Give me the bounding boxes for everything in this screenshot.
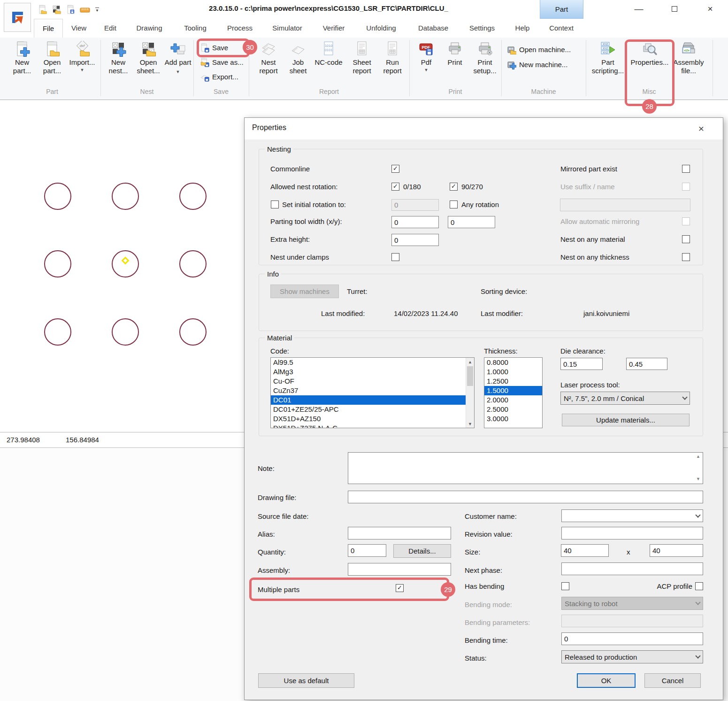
revision-value-input[interactable]: [561, 527, 703, 539]
acp-profile-checkbox[interactable]: [695, 582, 703, 590]
tab-simulator[interactable]: Simulator: [264, 19, 311, 38]
pdf-button[interactable]: PDF Pdf ▼: [414, 41, 438, 72]
thickness-option-selected[interactable]: 1.5000: [484, 386, 542, 395]
assembly-file-button[interactable]: </> Assembly file...: [669, 41, 708, 75]
mirrored-part-exist-checkbox[interactable]: [682, 165, 690, 173]
qat-customize-icon[interactable]: ▼: [92, 4, 102, 16]
status-combo[interactable]: Released to production: [561, 650, 703, 663]
material-code-option[interactable]: AlMg3: [271, 367, 474, 377]
die-clearance-input-1[interactable]: [560, 358, 603, 370]
app-logo[interactable]: [4, 3, 31, 32]
open-sheet-button[interactable]: Open sheet...: [133, 41, 163, 75]
material-code-option[interactable]: DX51D+AZ150: [271, 414, 474, 424]
qat-measure-icon[interactable]: [78, 4, 92, 16]
part-circle[interactable]: [179, 250, 207, 277]
show-machines-button[interactable]: Show machines: [270, 285, 339, 298]
tab-settings[interactable]: Settings: [460, 19, 504, 38]
details-button[interactable]: Details...: [393, 544, 451, 558]
save-as-button[interactable]: Save as...: [200, 56, 244, 69]
thickness-option[interactable]: 3.0000: [484, 414, 542, 424]
open-part-button[interactable]: Open part...: [38, 41, 67, 75]
part-circle[interactable]: [44, 318, 71, 346]
alias-input[interactable]: [348, 527, 451, 539]
print-setup-button[interactable]: Print setup...: [469, 41, 500, 75]
open-machine-button[interactable]: Open machine...: [507, 43, 571, 56]
part-circle[interactable]: [44, 183, 71, 210]
run-report-button[interactable]: Run report: [378, 41, 406, 75]
thickness-option[interactable]: 0.8000: [484, 358, 542, 367]
thickness-option[interactable]: 2.0000: [484, 395, 542, 405]
next-phase-input[interactable]: [561, 562, 703, 575]
scroll-down-icon[interactable]: ▼: [696, 477, 700, 481]
bending-time-input[interactable]: [561, 632, 703, 645]
nest-on-any-thickness-checkbox[interactable]: [682, 253, 690, 261]
parting-tool-width-x-input[interactable]: [391, 216, 439, 228]
export-button[interactable]: Export...: [200, 70, 238, 83]
material-code-option[interactable]: CuZn37: [271, 386, 474, 395]
rotation-90-270-checkbox[interactable]: ✓: [450, 183, 458, 191]
drawing-file-input[interactable]: [348, 491, 703, 503]
material-code-option[interactable]: Cu-OF: [271, 377, 474, 386]
dialog-close-icon[interactable]: ×: [694, 122, 708, 135]
material-code-option[interactable]: DC01+ZE25/25-APC: [271, 405, 474, 414]
tab-database[interactable]: Database: [409, 19, 457, 38]
sheet-report-button[interactable]: Sheet report: [346, 41, 377, 75]
suffix-name-input[interactable]: [560, 199, 690, 211]
scrollbar-thumb[interactable]: [467, 366, 473, 386]
part-circle[interactable]: [112, 183, 139, 210]
bending-parameters-input[interactable]: [561, 615, 703, 627]
properties-button[interactable]: Properties...: [629, 41, 670, 67]
new-part-button[interactable]: New part...: [8, 41, 37, 75]
part-circle[interactable]: [44, 250, 71, 277]
initial-rotation-input[interactable]: [391, 199, 439, 211]
nest-on-any-material-checkbox[interactable]: [682, 235, 690, 243]
customer-name-combo[interactable]: [561, 509, 703, 522]
material-code-option[interactable]: DX51D+Z275 N-A-C: [271, 424, 474, 428]
tab-context[interactable]: Context: [540, 19, 583, 38]
tab-file[interactable]: File: [34, 19, 63, 38]
material-code-option[interactable]: Al99.5: [271, 358, 474, 367]
thickness-option[interactable]: 2.5000: [484, 405, 542, 414]
qat-save-icon[interactable]: [64, 4, 78, 16]
qat-open-part-icon[interactable]: [36, 4, 50, 16]
scroll-up-icon[interactable]: ▲: [466, 358, 474, 366]
tab-unfolding[interactable]: Unfolding: [357, 19, 406, 38]
job-sheet-button[interactable]: Job sheet: [284, 41, 312, 75]
tab-edit[interactable]: Edit: [97, 19, 124, 38]
part-scripting-button[interactable]: XYZ XYZ XYZ Part scripting...: [590, 41, 626, 75]
cancel-button[interactable]: Cancel: [644, 673, 701, 688]
laser-process-tool-combo[interactable]: N², 7.5", 2.0 mm / Conical: [560, 392, 690, 405]
add-part-button[interactable]: Add part ▼: [164, 41, 192, 75]
size-height-input[interactable]: [650, 544, 703, 557]
die-clearance-input-2[interactable]: [626, 358, 667, 370]
context-tab-part[interactable]: Part: [540, 0, 583, 19]
has-bending-checkbox[interactable]: [561, 582, 569, 590]
parting-tool-width-y-input[interactable]: [448, 216, 495, 228]
maximize-button[interactable]: [664, 2, 685, 16]
size-width-input[interactable]: [561, 544, 609, 557]
material-code-scrollbar[interactable]: ▲ ▼: [466, 358, 474, 428]
part-circle[interactable]: [179, 183, 207, 210]
close-button[interactable]: ×: [699, 2, 721, 16]
scroll-down-icon[interactable]: ▼: [466, 420, 474, 428]
nest-report-button[interactable]: Nest report: [253, 41, 284, 75]
tab-tooling[interactable]: Tooling: [175, 19, 216, 38]
part-circle[interactable]: [112, 318, 139, 346]
material-code-list[interactable]: Al99.5 AlMg3 Cu-OF CuZn37 DC01 DC01+ZE25…: [270, 357, 475, 428]
use-suffix-name-checkbox[interactable]: [682, 183, 690, 191]
extra-height-input[interactable]: [391, 234, 439, 246]
allow-automatic-mirroring-checkbox[interactable]: [682, 217, 690, 225]
qat-open-nest-icon[interactable]: [50, 4, 64, 16]
thickness-option[interactable]: 1.2500: [484, 377, 542, 386]
ok-button[interactable]: OK: [577, 673, 636, 688]
dialog-titlebar[interactable]: Properties ×: [245, 118, 723, 139]
quantity-input[interactable]: [348, 544, 386, 557]
import-button[interactable]: dxf Import... ▼: [67, 41, 98, 72]
any-rotation-checkbox[interactable]: [450, 200, 458, 208]
nest-under-clamps-checkbox[interactable]: [391, 253, 399, 261]
nc-code-button[interactable]: 1010 0101 NC-code: [312, 41, 345, 67]
thickness-list[interactable]: 0.8000 1.0000 1.2500 1.5000 2.0000 2.500…: [484, 357, 543, 428]
tab-process[interactable]: Process: [219, 19, 261, 38]
scroll-up-icon[interactable]: ▲: [696, 454, 700, 459]
thickness-option[interactable]: 1.0000: [484, 367, 542, 377]
